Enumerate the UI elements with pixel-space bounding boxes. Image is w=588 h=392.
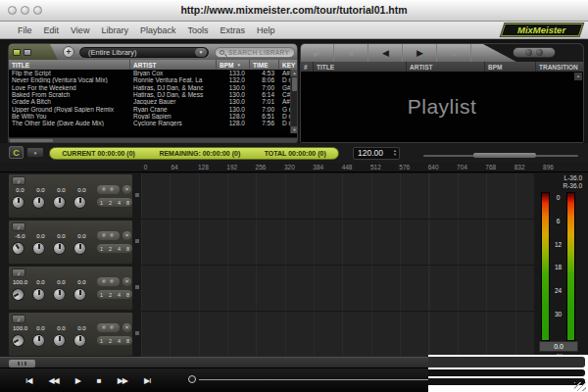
beat-button[interactable]: 4 — [118, 246, 121, 252]
beat-button[interactable]: 2 — [109, 292, 112, 298]
track-icon[interactable]: ♪ — [12, 222, 25, 231]
marker-dropdown[interactable]: ▾ — [26, 147, 44, 158]
column-header-title[interactable]: TITLE — [314, 62, 407, 72]
mixer-knob[interactable] — [53, 288, 66, 301]
close-icon[interactable]: × — [122, 277, 131, 286]
search-box[interactable] — [215, 47, 295, 58]
skip-start-button[interactable]: I◀ — [25, 376, 31, 385]
scroll-up-icon[interactable]: ▲ — [574, 73, 582, 80]
beat-button[interactable]: 1 — [100, 292, 103, 298]
search-input[interactable] — [226, 48, 291, 57]
preview-button[interactable]: ♫ — [438, 44, 471, 62]
library-hscrollbar[interactable] — [9, 137, 297, 142]
close-icon[interactable]: × — [122, 323, 131, 332]
step-down-icon[interactable]: ▼ — [393, 153, 397, 157]
menu-item[interactable]: View — [65, 25, 95, 35]
beat-button[interactable]: 8 — [126, 246, 129, 252]
stop-button[interactable]: ■ — [335, 44, 368, 62]
mixer-knob[interactable] — [10, 286, 27, 304]
beat-button[interactable]: 1 — [100, 338, 103, 344]
loop-button[interactable]: C — [9, 146, 24, 159]
play-button[interactable]: ▶ — [75, 376, 80, 385]
beat-button[interactable]: 4 — [118, 292, 121, 298]
bpm-stepper[interactable]: ▲ ▼ — [391, 149, 399, 157]
next-track-button[interactable]: ▶ — [404, 44, 437, 62]
playlist-option-button-1[interactable] — [525, 49, 532, 56]
track-handle[interactable] — [134, 173, 140, 219]
column-header-bpm[interactable]: BPM — [485, 62, 536, 72]
column-header-key[interactable]: KEY — [279, 60, 297, 70]
table-row[interactable]: Upper Ground (Royal Sapien Remix Ryan Cr… — [9, 105, 297, 112]
track-icon[interactable]: ♪ — [12, 176, 25, 185]
mixer-knob[interactable] — [74, 334, 86, 347]
tempo-slider[interactable] — [423, 155, 578, 157]
column-header-time[interactable]: TIME — [250, 60, 279, 70]
column-header-artist[interactable]: ARTIST — [130, 60, 217, 70]
column-header-transition[interactable]: TRANSITION — [536, 62, 583, 72]
library-filter-dropdown[interactable]: (Entire Library) ▼ — [79, 47, 209, 58]
track-toggle-button[interactable] — [102, 187, 107, 192]
mixer-knob[interactable] — [32, 288, 45, 301]
tempo-slider-thumb[interactable] — [473, 153, 536, 158]
mixer-knob[interactable] — [74, 242, 86, 255]
mixer-knob[interactable] — [12, 196, 24, 209]
menu-item[interactable]: Playback — [134, 25, 182, 35]
track-handle[interactable] — [134, 266, 140, 311]
playlist-view-icon[interactable] — [24, 49, 31, 56]
mixer-knob[interactable] — [74, 288, 86, 301]
scrollbar-thumb[interactable] — [9, 360, 35, 368]
bpm-display[interactable]: 120.00 ▲ ▼ — [353, 147, 400, 160]
column-header-number[interactable]: # — [301, 62, 314, 72]
beat-button[interactable]: 1 — [100, 200, 103, 206]
beat-button[interactable]: 8 — [126, 200, 129, 206]
fast-forward-button[interactable]: ▶▶ — [118, 376, 127, 385]
track-toggle-button[interactable] — [102, 279, 107, 284]
menu-item[interactable]: Tools — [181, 25, 214, 35]
mixer-knob[interactable] — [53, 242, 66, 255]
beat-button[interactable]: 2 — [109, 246, 112, 252]
position-slider-thumb[interactable] — [188, 375, 196, 383]
mixer-knob[interactable] — [32, 242, 45, 255]
column-header-title[interactable]: TITLE — [9, 60, 130, 70]
menu-item[interactable]: Extras — [214, 25, 251, 35]
track-toggle-button[interactable] — [110, 187, 115, 192]
library-view-icon[interactable] — [13, 49, 21, 56]
mixer-knob[interactable] — [10, 332, 27, 350]
stop-button[interactable]: ■ — [97, 376, 101, 385]
play-button[interactable]: ▶ — [301, 44, 334, 62]
position-slider-track[interactable] — [199, 379, 429, 380]
track-toggle-button[interactable] — [110, 279, 115, 284]
track-toggle-button[interactable] — [102, 233, 107, 238]
table-row[interactable]: Love For the Weekend Hatiras, DJ Dan, & … — [9, 84, 297, 91]
beat-button[interactable]: 2 — [109, 338, 112, 344]
track-icon[interactable]: ♪ — [12, 315, 25, 323]
column-header-artist[interactable]: ARTIST — [407, 62, 485, 72]
skip-end-button[interactable]: ▶I — [144, 376, 150, 385]
track-handle[interactable] — [134, 312, 140, 357]
column-header-bpm[interactable]: BPM▼ — [217, 60, 250, 70]
beat-button[interactable]: 4 — [118, 338, 121, 344]
library-scrollbar[interactable]: ▲ ▼ — [290, 70, 297, 133]
menu-item[interactable]: Help — [251, 25, 281, 35]
beat-button[interactable]: 8 — [126, 338, 129, 344]
track-toggle-button[interactable] — [110, 233, 115, 238]
mixer-knob[interactable] — [32, 196, 45, 209]
mixer-knob[interactable] — [32, 334, 45, 347]
table-row[interactable]: Baked From Scratch Hatiras, DJ Dan, & Me… — [9, 91, 297, 98]
track-icon[interactable]: ♪ — [12, 269, 25, 277]
table-row[interactable]: Never Ending (Ventura Vocal Mix) Ronnie … — [9, 76, 297, 83]
playlist-option-button-2[interactable] — [536, 49, 543, 56]
mixer-knob[interactable] — [53, 196, 66, 209]
mixer-knob[interactable] — [9, 239, 26, 257]
table-row[interactable]: The Other Side (Dave Aude Mix) Cyclone R… — [9, 120, 297, 126]
track-handle[interactable] — [134, 220, 140, 265]
close-icon[interactable]: × — [122, 185, 131, 194]
beat-button[interactable]: 8 — [126, 292, 129, 298]
beat-button[interactable]: 1 — [100, 246, 103, 252]
table-row[interactable]: Grade A Bitch Jacquez Bauer 130.0 7:01 A… — [9, 98, 297, 105]
menu-item[interactable]: Library — [95, 25, 134, 35]
scroll-down-icon[interactable]: ▼ — [291, 126, 298, 133]
scrollbar-thumb[interactable] — [10, 139, 53, 142]
mixer-knob[interactable] — [53, 334, 66, 347]
close-icon[interactable]: × — [122, 231, 131, 240]
